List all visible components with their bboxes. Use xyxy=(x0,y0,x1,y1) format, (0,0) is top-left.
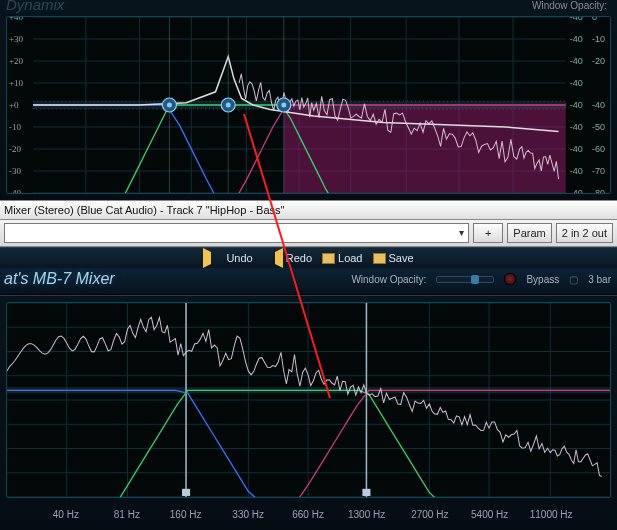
redo-label: Redo xyxy=(286,252,312,264)
folder-open-icon xyxy=(322,253,335,264)
svg-text:-50: -50 xyxy=(592,122,605,132)
svg-text:-40: -40 xyxy=(570,100,583,110)
window-opacity-label: Window Opacity: xyxy=(351,274,426,285)
io-config-button[interactable]: 2 in 2 out xyxy=(556,223,613,243)
bands-label: 3 bar xyxy=(588,274,611,285)
save-label: Save xyxy=(389,252,414,264)
redo-icon xyxy=(263,248,283,268)
folder-save-icon xyxy=(373,253,386,264)
svg-text:-40: -40 xyxy=(570,166,583,176)
svg-text:+10: +10 xyxy=(9,78,24,88)
top-eq-svg: +40-400+30-40-10+20-40-20+10-40+0-40-40-… xyxy=(7,17,610,193)
x-tick-label: 330 Hz xyxy=(232,509,264,520)
x-tick-label: 2700 Hz xyxy=(411,509,448,520)
bottom-plugin-options: Window Opacity: Bypass ▢ 3 bar xyxy=(351,273,611,285)
bypass-led[interactable] xyxy=(504,273,516,285)
svg-text:0: 0 xyxy=(592,17,597,22)
host-window-chrome: Mixer (Stereo) (Blue Cat Audio) - Track … xyxy=(0,200,617,248)
undo-label: Undo xyxy=(226,252,252,264)
svg-text:-30: -30 xyxy=(9,166,22,176)
bottom-spectrum-svg xyxy=(7,303,610,497)
svg-text:-80: -80 xyxy=(592,188,605,193)
top-plugin-title: Dynamix xyxy=(6,0,64,13)
bottom-spectrum-graph[interactable] xyxy=(6,302,611,498)
preset-dropdown[interactable] xyxy=(4,223,469,243)
add-preset-button[interactable]: + xyxy=(473,223,503,243)
bypass-label: Bypass xyxy=(526,274,559,285)
svg-text:-10: -10 xyxy=(592,34,605,44)
x-tick-label: 11000 Hz xyxy=(530,509,573,520)
svg-text:-20: -20 xyxy=(9,144,22,154)
plugin-menu-strip: Undo Redo Load Save xyxy=(0,248,617,269)
svg-text:-40: -40 xyxy=(570,144,583,154)
bottom-x-axis: 40 Hz81 Hz160 Hz330 Hz660 Hz1300 Hz2700 … xyxy=(6,504,611,524)
svg-point-54 xyxy=(281,103,286,108)
host-window-title: Mixer (Stereo) (Blue Cat Audio) - Track … xyxy=(0,200,617,220)
load-button[interactable]: Load xyxy=(322,252,362,264)
svg-rect-75 xyxy=(182,489,190,496)
svg-text:+30: +30 xyxy=(9,34,24,44)
x-tick-label: 660 Hz xyxy=(292,509,324,520)
svg-text:-70: -70 xyxy=(592,166,605,176)
redo-button[interactable]: Redo xyxy=(263,248,312,268)
x-tick-label: 1300 Hz xyxy=(348,509,385,520)
window-opacity-slider[interactable] xyxy=(436,276,494,283)
svg-text:-20: -20 xyxy=(592,56,605,66)
undo-icon xyxy=(203,248,223,268)
x-tick-label: 160 Hz xyxy=(170,509,202,520)
svg-text:-40: -40 xyxy=(570,34,583,44)
bottom-plugin-title: at's MB-7 Mixer xyxy=(4,270,115,288)
svg-point-48 xyxy=(167,103,172,108)
svg-text:-40: -40 xyxy=(570,17,583,22)
svg-text:-40: -40 xyxy=(570,122,583,132)
svg-text:+40: +40 xyxy=(9,17,24,22)
save-button[interactable]: Save xyxy=(373,252,414,264)
top-window-opacity-label: Window Opacity: xyxy=(532,0,607,11)
load-label: Load xyxy=(338,252,362,264)
svg-text:+20: +20 xyxy=(9,56,24,66)
x-tick-label: 40 Hz xyxy=(53,509,79,520)
svg-text:-40: -40 xyxy=(570,188,583,193)
undo-button[interactable]: Undo xyxy=(203,248,252,268)
bottom-plugin-header: at's MB-7 Mixer Window Opacity: Bypass ▢… xyxy=(0,268,617,295)
svg-text:-10: -10 xyxy=(9,122,22,132)
svg-text:-40: -40 xyxy=(570,56,583,66)
svg-rect-77 xyxy=(362,489,370,496)
svg-text:-40: -40 xyxy=(9,188,22,193)
x-tick-label: 5400 Hz xyxy=(471,509,508,520)
svg-text:-60: -60 xyxy=(592,144,605,154)
svg-text:-40: -40 xyxy=(570,78,583,88)
top-plugin-panel: Dynamix Window Opacity: +40-400+30-40-10… xyxy=(0,0,617,200)
svg-text:+0: +0 xyxy=(9,100,19,110)
svg-point-51 xyxy=(226,103,231,108)
param-button[interactable]: Param xyxy=(507,223,551,243)
svg-text:-40: -40 xyxy=(592,100,605,110)
host-toolbar: + Param 2 in 2 out xyxy=(0,220,617,247)
top-eq-graph[interactable]: +40-400+30-40-10+20-40-20+10-40+0-40-40-… xyxy=(6,16,611,194)
bottom-plugin-panel: 40 Hz81 Hz160 Hz330 Hz660 Hz1300 Hz2700 … xyxy=(0,296,617,530)
x-tick-label: 81 Hz xyxy=(114,509,140,520)
